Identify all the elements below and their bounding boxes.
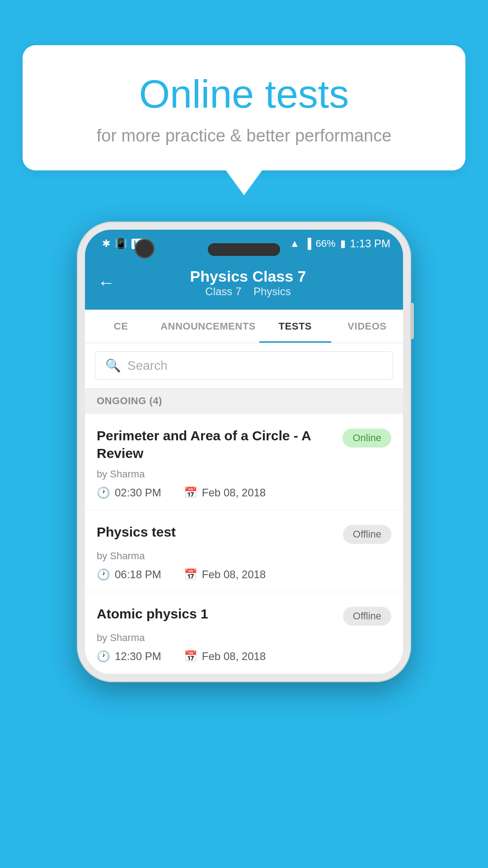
speech-bubble: Online tests for more practice & better … <box>23 45 465 170</box>
promo-title: Online tests <box>54 72 434 116</box>
test-item-3-header: Atomic physics 1 Offline <box>97 605 391 626</box>
tabs-bar: CE ANNOUNCEMENTS TESTS VIDEOS <box>85 310 403 343</box>
header-breadcrumb: Class 7 Physics <box>124 285 372 298</box>
section-ongoing-header: ONGOING (4) <box>85 388 403 414</box>
test-item-1-meta: 🕐 02:30 PM 📅 Feb 08, 2018 <box>97 486 391 499</box>
clock-icon-2: 🕐 <box>97 568 110 581</box>
search-icon: 🔍 <box>105 358 121 373</box>
phone-side-button <box>410 303 414 339</box>
phone-speaker <box>208 243 280 256</box>
test-item-1-time-text: 02:30 PM <box>115 486 161 499</box>
status-bar-right: ▲ ▐ 66% ▮ 1:13 PM <box>290 237 390 250</box>
search-bar[interactable]: 🔍 Search <box>95 351 393 380</box>
tab-announcements[interactable]: ANNOUNCEMENTS <box>157 310 259 343</box>
speech-bubble-arrow <box>226 170 262 195</box>
test-item-3-date-text: Feb 08, 2018 <box>202 650 266 663</box>
clock-icon: 🕐 <box>97 486 110 499</box>
back-button[interactable]: ← <box>98 273 115 292</box>
phone-outer: ✱ 📳 HD ▲ ▐ 66% ▮ 1:13 PM ← Physics Class… <box>77 222 411 682</box>
tab-tests[interactable]: TESTS <box>259 310 331 343</box>
test-item-2-date: 📅 Feb 08, 2018 <box>184 568 266 581</box>
test-item-1-date-text: Feb 08, 2018 <box>202 486 266 499</box>
test-item-2-time-text: 06:18 PM <box>115 568 161 581</box>
signal-icon: ▐ <box>304 238 311 250</box>
phone-mockup: ✱ 📳 HD ▲ ▐ 66% ▮ 1:13 PM ← Physics Class… <box>77 222 411 682</box>
test-item-2-date-text: Feb 08, 2018 <box>202 568 266 581</box>
test-item-1-status: Online <box>343 429 391 448</box>
search-input[interactable]: Search <box>127 359 168 373</box>
header-subject: Physics <box>253 285 291 297</box>
wifi-icon: ▲ <box>290 238 300 250</box>
calendar-icon: 📅 <box>184 486 197 499</box>
test-item-2[interactable]: Physics test Offline by Sharma 🕐 06:18 P… <box>85 510 403 592</box>
test-item-1-date: 📅 Feb 08, 2018 <box>184 486 266 499</box>
test-item-3-author: by Sharma <box>97 632 391 644</box>
test-item-1-title: Perimeter and Area of a Circle - A Revie… <box>97 427 333 462</box>
test-item-1-author: by Sharma <box>97 468 391 480</box>
calendar-icon-2: 📅 <box>184 568 197 581</box>
phone-camera <box>135 239 155 259</box>
test-item-2-time: 🕐 06:18 PM <box>97 568 161 581</box>
test-item-3-time-text: 12:30 PM <box>115 650 161 663</box>
test-item-1-header: Perimeter and Area of a Circle - A Revie… <box>97 427 391 462</box>
test-item-3-date: 📅 Feb 08, 2018 <box>184 650 266 663</box>
header-title: Physics Class 7 <box>124 268 372 285</box>
test-item-1-time: 🕐 02:30 PM <box>97 486 161 499</box>
battery-percentage: 66% <box>316 238 336 250</box>
test-item-2-meta: 🕐 06:18 PM 📅 Feb 08, 2018 <box>97 568 391 581</box>
battery-icon: ▮ <box>340 238 346 250</box>
clock-icon-3: 🕐 <box>97 650 110 663</box>
promo-subtitle: for more practice & better performance <box>54 126 434 146</box>
search-container: 🔍 Search <box>85 343 403 388</box>
tab-videos[interactable]: VIDEOS <box>331 310 403 343</box>
test-item-3[interactable]: Atomic physics 1 Offline by Sharma 🕐 12:… <box>85 592 403 674</box>
test-item-2-header: Physics test Offline <box>97 523 391 544</box>
test-item-3-time: 🕐 12:30 PM <box>97 650 161 663</box>
test-item-2-title: Physics test <box>97 523 334 541</box>
test-item-3-title: Atomic physics 1 <box>97 605 334 623</box>
test-item-2-author: by Sharma <box>97 550 391 562</box>
header-class: Class 7 <box>205 285 241 297</box>
header-title-block: Physics Class 7 Class 7 Physics <box>124 268 390 298</box>
tab-ce[interactable]: CE <box>85 310 157 343</box>
status-time: 1:13 PM <box>350 237 390 250</box>
bluetooth-icon: ✱ <box>102 238 110 250</box>
test-item-3-meta: 🕐 12:30 PM 📅 Feb 08, 2018 <box>97 650 391 663</box>
test-item-3-status: Offline <box>343 607 391 626</box>
promo-card: Online tests for more practice & better … <box>23 45 465 195</box>
test-item-2-status: Offline <box>343 525 391 544</box>
calendar-icon-3: 📅 <box>184 650 197 663</box>
vibrate-icon: 📳 <box>115 238 127 250</box>
section-ongoing-label: ONGOING (4) <box>97 395 162 406</box>
phone-screen: ✱ 📳 HD ▲ ▐ 66% ▮ 1:13 PM ← Physics Class… <box>85 230 403 674</box>
app-header: ← Physics Class 7 Class 7 Physics <box>85 258 403 310</box>
test-item[interactable]: Perimeter and Area of a Circle - A Revie… <box>85 414 403 510</box>
